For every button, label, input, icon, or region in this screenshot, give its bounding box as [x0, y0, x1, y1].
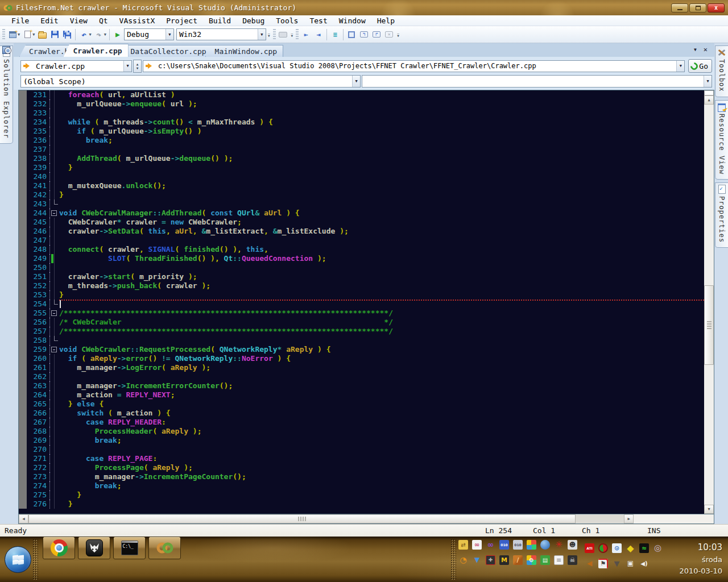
fold-margin[interactable]: [49, 500, 59, 509]
code-line[interactable]: 242}: [19, 190, 704, 199]
menu-test[interactable]: Test: [304, 16, 333, 25]
menu-build[interactable]: Build: [203, 16, 237, 25]
fold-margin[interactable]: [49, 309, 59, 318]
platform-combo[interactable]: Win32▼: [176, 28, 266, 40]
code-line[interactable]: 243: [19, 199, 704, 209]
breakpoint-margin[interactable]: [19, 236, 27, 245]
code-line[interactable]: 254: [19, 300, 704, 309]
yellow-m-icon[interactable]: M: [499, 555, 509, 565]
menu-file[interactable]: File: [6, 16, 35, 25]
photo-icon[interactable]: ☻: [568, 540, 577, 550]
tab-crawler.cpp[interactable]: Crawler.cpp: [63, 44, 128, 57]
windows-logo-icon[interactable]: [527, 540, 536, 550]
code-line[interactable]: 258: [19, 336, 704, 345]
volume-brown-icon[interactable]: ◀: [585, 559, 594, 568]
horizontal-scrollbar[interactable]: ◀ ▶: [18, 514, 714, 524]
breakpoint-margin[interactable]: [19, 118, 27, 127]
code-line[interactable]: 249 SLOT( ThreadFinished() ), Qt::Queued…: [19, 254, 704, 263]
breakpoint-margin[interactable]: [19, 336, 27, 345]
fold-margin[interactable]: [49, 318, 59, 327]
open-file-button[interactable]: [36, 28, 48, 41]
chevron-down-icon[interactable]: ▼: [352, 76, 360, 87]
code-line[interactable]: 270: [19, 445, 704, 454]
start-button[interactable]: [5, 546, 31, 573]
quicklaunch-cmd[interactable]: [113, 537, 146, 559]
fold-margin[interactable]: [49, 163, 59, 172]
save-all-button[interactable]: [61, 28, 73, 41]
blue-sphere-icon[interactable]: [540, 540, 550, 550]
fold-margin[interactable]: [49, 381, 59, 390]
tab-datacollector.cpp[interactable]: DataCollector.cpp: [121, 45, 213, 57]
fold-margin[interactable]: [49, 227, 59, 236]
block-select-button[interactable]: [345, 28, 358, 41]
code-line[interactable]: 244void CWebCrawlManager::AddThread( con…: [19, 209, 704, 218]
toolbar-overflow3[interactable]: –▼: [397, 32, 399, 37]
breakpoint-margin[interactable]: [19, 109, 27, 118]
code-line[interactable]: 273 m_manager->IncrementPageCounter();: [19, 472, 704, 481]
breakpoint-margin[interactable]: [19, 136, 27, 145]
code-line[interactable]: 271 case REPLY_PAGE:: [19, 454, 704, 463]
quicklaunch-foobar2000[interactable]: [78, 537, 110, 559]
toolbar-grip[interactable]: [2, 29, 5, 40]
fold-margin[interactable]: [49, 154, 59, 163]
code-line[interactable]: 264 m_action = REPLY_NEXT;: [19, 390, 704, 400]
fold-collapse-icon[interactable]: [51, 347, 57, 352]
shield-icon[interactable]: ▼: [472, 555, 482, 565]
sidebar-tab-resource-view[interactable]: Resource View: [715, 100, 728, 180]
chevron-down-icon[interactable]: ▼: [123, 61, 131, 72]
breakpoint-margin[interactable]: [19, 300, 27, 309]
uncomment-button[interactable]: ↱: [370, 28, 383, 41]
sidebar-tab-toolbox[interactable]: Toolbox: [715, 45, 728, 97]
breakpoint-margin[interactable]: [19, 418, 27, 427]
breakpoint-margin[interactable]: [19, 400, 27, 409]
fold-collapse-icon[interactable]: [51, 310, 57, 316]
save-button[interactable]: [48, 28, 61, 41]
menu-vassistx[interactable]: VAssistX: [114, 16, 161, 25]
breakpoint-margin[interactable]: [19, 481, 27, 490]
breakpoint-margin[interactable]: [19, 127, 27, 136]
breakpoint-margin[interactable]: [19, 454, 27, 463]
menu-tools[interactable]: Tools: [270, 16, 304, 25]
menu-view[interactable]: View: [64, 16, 93, 25]
code-line[interactable]: 247: [19, 236, 704, 245]
restore-button[interactable]: [689, 3, 706, 13]
quicklaunch-chrome[interactable]: [43, 537, 75, 559]
fold-margin[interactable]: [49, 136, 59, 145]
breakpoint-margin[interactable]: [19, 99, 27, 109]
code-line[interactable]: 269 break;: [19, 436, 704, 445]
code-line[interactable]: 241 m_mutexQueue.unlock();: [19, 181, 704, 190]
breakpoint-margin[interactable]: [19, 227, 27, 236]
flag-error-icon[interactable]: ⚑: [598, 559, 608, 568]
dynamite-icon[interactable]: /: [513, 555, 523, 565]
breakpoint-margin[interactable]: [19, 309, 27, 318]
breakpoint-margin[interactable]: [19, 409, 27, 418]
code-line[interactable]: 240: [19, 172, 704, 181]
breakpoint-margin[interactable]: [19, 427, 27, 436]
fold-margin[interactable]: [49, 409, 59, 418]
notepad-icon[interactable]: ≡: [554, 555, 564, 565]
media-player-icon[interactable]: ◔: [458, 555, 468, 565]
code-line[interactable]: 237: [19, 145, 704, 154]
breakpoint-margin[interactable]: [19, 445, 27, 454]
increase-indent-button[interactable]: ⇥: [312, 28, 325, 41]
code-line[interactable]: 267 case REPLY_HEADER:: [19, 418, 704, 427]
breakpoint-margin[interactable]: [19, 218, 27, 227]
fold-margin[interactable]: [49, 118, 59, 127]
breakpoint-margin[interactable]: [19, 209, 27, 218]
foobar-tray-icon[interactable]: ☠: [568, 555, 577, 565]
windows-gear-icon[interactable]: ⚙: [527, 555, 536, 565]
scroll-left-arrow[interactable]: ◀: [19, 514, 28, 523]
breakpoint-margin[interactable]: [19, 190, 27, 199]
file-combo[interactable]: Crawler.cpp ▼: [20, 60, 132, 72]
breakpoint-margin[interactable]: [19, 490, 27, 500]
ati-cross-icon[interactable]: ✚: [486, 555, 495, 565]
breakpoint-margin[interactable]: [19, 381, 27, 390]
fold-margin[interactable]: [49, 345, 59, 354]
binary-blue-icon[interactable]: 010: [499, 540, 509, 550]
add-item-button[interactable]: [21, 28, 34, 41]
breakpoint-margin[interactable]: [19, 90, 27, 99]
code-line[interactable]: 272 ProcessPage( aReply );: [19, 463, 704, 472]
horizontal-scroll-thumb[interactable]: [28, 514, 576, 523]
comment-button[interactable]: ↰: [358, 28, 370, 41]
breakpoint-margin[interactable]: [19, 463, 27, 472]
